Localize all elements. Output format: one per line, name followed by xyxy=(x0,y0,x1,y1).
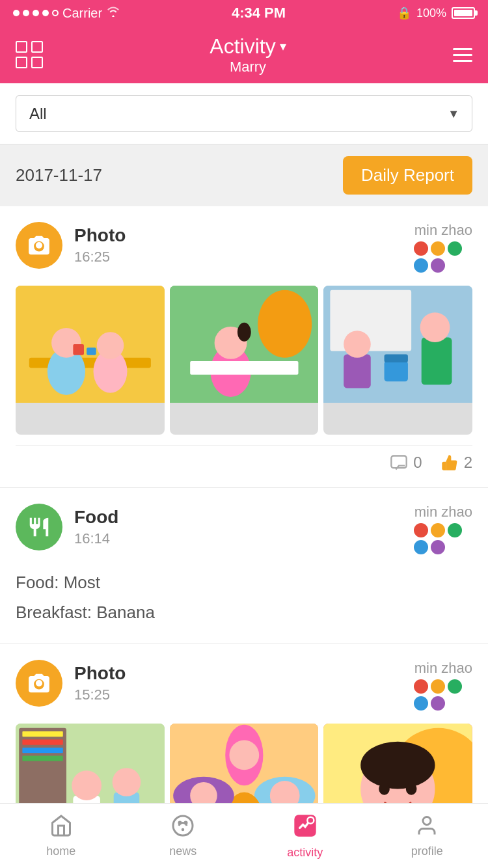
status-bar: Carrier 4:34 PM 🔒 100% xyxy=(0,0,488,26)
svg-point-48 xyxy=(379,783,390,795)
card-header-right: min zhao xyxy=(414,222,472,273)
svg-rect-20 xyxy=(422,338,452,385)
tag-orange xyxy=(431,241,445,256)
photo2-title-group: Photo 15:25 xyxy=(74,663,126,703)
card-user-label: min zhao xyxy=(414,222,472,239)
tag-red-f xyxy=(414,523,428,537)
filter-select-wrapper: All Photo Food Health Sleep ▼ xyxy=(16,95,472,132)
engagement-bar: 0 2 xyxy=(16,445,472,472)
header-title[interactable]: Activity ▾ xyxy=(210,34,286,59)
svg-rect-18 xyxy=(385,361,408,381)
nav-item-home[interactable]: home xyxy=(0,807,122,865)
tag-green-f xyxy=(448,523,462,537)
tag-purple-f xyxy=(431,540,445,554)
menu-line-3 xyxy=(453,60,472,62)
camera-icon-circle-2 xyxy=(16,660,62,707)
svg-point-5 xyxy=(97,332,124,359)
nav-label-activity: activity xyxy=(287,846,323,860)
photo2-type-label: Photo xyxy=(74,663,126,684)
svg-rect-27 xyxy=(22,740,62,745)
nav-item-news[interactable]: news xyxy=(122,807,245,865)
nav-label-profile: profile xyxy=(411,845,443,858)
nav-label-home: home xyxy=(46,845,75,858)
daily-report-button[interactable]: Daily Report xyxy=(343,156,472,195)
svg-point-53 xyxy=(185,822,187,824)
header-subtitle: Marry xyxy=(210,59,286,75)
svg-rect-16 xyxy=(344,355,372,388)
photo-grid-1 xyxy=(16,286,472,435)
card-header-right-2: min zhao xyxy=(414,660,472,711)
bottom-navigation: home news activity xyxy=(0,803,488,868)
svg-rect-0 xyxy=(16,286,165,403)
header-title-text: Activity xyxy=(210,34,275,59)
header-center: Activity ▾ Marry xyxy=(210,34,286,75)
status-time: 4:34 PM xyxy=(232,5,286,21)
grid-cell-2 xyxy=(31,41,43,53)
svg-point-21 xyxy=(420,312,450,342)
status-right: 🔒 100% xyxy=(397,6,475,20)
svg-rect-29 xyxy=(22,756,62,761)
svg-point-31 xyxy=(72,771,102,801)
signal-dots xyxy=(13,10,59,16)
grid-cell-1 xyxy=(16,41,27,53)
photo-thumbnail-2 xyxy=(170,286,319,403)
carrier-label: Carrier xyxy=(62,6,102,21)
lock-icon: 🔒 xyxy=(397,6,411,20)
like-number: 2 xyxy=(464,454,472,472)
nav-item-profile[interactable]: profile xyxy=(366,807,489,865)
food-icon-circle xyxy=(16,504,62,550)
svg-point-9 xyxy=(258,290,312,358)
card-title-group: Photo 16:25 xyxy=(74,225,126,265)
card-type-label: Photo xyxy=(74,225,126,246)
tag-purple-2 xyxy=(431,696,445,711)
tag-green xyxy=(448,241,462,256)
svg-rect-28 xyxy=(22,748,62,753)
menu-line-1 xyxy=(453,48,472,50)
comment-count[interactable]: 0 xyxy=(390,454,422,472)
tag-red xyxy=(414,241,428,256)
card-header-photo-2: Photo 15:25 min zhao xyxy=(16,660,472,711)
grid-cell-4 xyxy=(31,57,43,68)
battery-percent: 100% xyxy=(416,7,446,20)
grid-icon[interactable] xyxy=(16,41,43,68)
hamburger-menu-button[interactable] xyxy=(453,48,472,62)
tag-blue xyxy=(414,258,428,273)
comment-number: 0 xyxy=(413,454,422,472)
photo-item-3[interactable] xyxy=(323,286,472,435)
svg-point-49 xyxy=(406,783,417,795)
like-count[interactable]: 2 xyxy=(441,454,472,472)
photo2-user-label: min zhao xyxy=(414,660,472,677)
camera-icon xyxy=(27,233,51,258)
dot3 xyxy=(33,10,39,16)
svg-point-12 xyxy=(237,323,251,342)
photo-item-2[interactable] xyxy=(170,286,319,435)
tag-blue-2 xyxy=(414,696,428,711)
svg-point-56 xyxy=(423,817,431,824)
photo-thumbnail-3 xyxy=(323,286,472,403)
category-filter[interactable]: All Photo Food Health Sleep xyxy=(16,95,472,132)
svg-rect-19 xyxy=(385,355,408,362)
card-header-photo-1: Photo 16:25 min zhao xyxy=(16,222,472,273)
home-icon xyxy=(49,814,73,841)
user-tags xyxy=(414,241,472,273)
photo-item-1[interactable] xyxy=(16,286,165,435)
app-header: Activity ▾ Marry xyxy=(0,26,488,83)
svg-point-33 xyxy=(113,768,141,796)
page-content: All Photo Food Health Sleep ▼ 2017-11-17… xyxy=(0,83,488,868)
battery-fill xyxy=(454,10,472,16)
chevron-down-icon: ▾ xyxy=(280,38,286,54)
photo-thumbnail-1 xyxy=(16,286,165,403)
svg-rect-15 xyxy=(331,290,412,351)
profile-icon xyxy=(415,814,439,841)
food-user-label: min zhao xyxy=(414,504,472,521)
grid-cell-3 xyxy=(16,57,27,68)
photo2-user-tags xyxy=(414,679,472,711)
dot1 xyxy=(13,10,20,16)
like-icon xyxy=(441,454,459,472)
svg-rect-26 xyxy=(22,731,62,737)
card-header-left: Photo 16:25 xyxy=(16,222,126,269)
nav-item-activity[interactable]: activity xyxy=(244,806,366,866)
card-header-right-food: min zhao xyxy=(414,504,472,554)
card-time-label: 16:25 xyxy=(74,249,126,265)
svg-point-36 xyxy=(229,740,259,770)
